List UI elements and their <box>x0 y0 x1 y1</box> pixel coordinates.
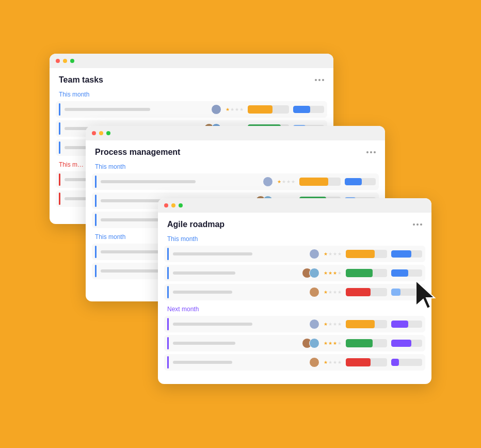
progress-fill <box>299 178 328 186</box>
star-empty: ★ <box>230 107 234 112</box>
browser-chrome-3 <box>158 198 431 213</box>
star: ★ <box>324 290 328 295</box>
avatar <box>309 287 319 297</box>
avatar-group <box>263 177 273 187</box>
star-empty: ★ <box>333 290 337 295</box>
progress-fill <box>346 269 373 277</box>
stars: ★ ★ ★ ★ <box>324 360 342 365</box>
avatar <box>309 319 319 329</box>
card1-menu[interactable] <box>315 79 324 81</box>
star-empty: ★ <box>338 341 342 346</box>
dot2 <box>370 151 372 153</box>
row-indicator <box>59 141 60 154</box>
row-indicator <box>167 267 169 279</box>
track-fill <box>391 250 411 258</box>
star-empty: ★ <box>282 179 286 184</box>
row-indicator <box>95 214 97 226</box>
progress-bar <box>248 105 289 114</box>
star: ★ <box>333 341 337 346</box>
row-indicator <box>167 318 169 330</box>
avatar <box>211 104 221 115</box>
table-row: ★ ★ ★ ★ <box>164 335 425 351</box>
dot2 <box>318 79 320 81</box>
row-text <box>173 342 298 345</box>
row-line <box>101 180 196 183</box>
card2-header: Process management <box>86 140 385 161</box>
card3-menu[interactable] <box>413 223 422 226</box>
row-text <box>173 271 298 275</box>
row-indicator <box>59 173 60 186</box>
card-agile-roadmap: Agile roadmap This month ★ ★ ★ <box>158 198 431 384</box>
stars: ★ ★ ★ ★ <box>226 107 244 112</box>
track-bar <box>391 250 422 258</box>
browser-chrome-2 <box>86 126 385 140</box>
svg-marker-0 <box>416 281 435 309</box>
row-line <box>173 323 252 326</box>
row-line <box>173 252 252 255</box>
row-indicator <box>95 246 97 258</box>
row-line <box>173 291 232 294</box>
chrome-dot-yellow-1 <box>63 59 67 63</box>
track-fill <box>391 269 408 277</box>
row-line <box>173 271 235 275</box>
track-fill <box>391 340 411 347</box>
card2-menu[interactable] <box>366 151 376 153</box>
row-text <box>173 323 305 326</box>
star-empty: ★ <box>328 251 332 257</box>
track-bar <box>293 106 324 113</box>
card2-title: Process management <box>95 148 180 157</box>
table-row: ★ ★ ★ ★ <box>92 173 379 190</box>
stars: ★ ★ ★ ★ <box>324 322 342 327</box>
row-indicator <box>167 248 169 260</box>
track-fill <box>391 321 408 328</box>
card1-section1-label: This month <box>50 89 333 101</box>
star-empty: ★ <box>338 251 342 257</box>
avatar-group <box>302 338 319 348</box>
table-row: ★ ★ ★ ★ <box>164 246 425 262</box>
star: ★ <box>324 322 328 327</box>
star-empty: ★ <box>328 322 332 327</box>
card2-section1-label: This month <box>86 161 385 173</box>
row-indicator <box>167 286 169 298</box>
stars: ★ ★ ★ ★ <box>324 341 342 346</box>
dot1 <box>366 151 368 153</box>
progress-fill <box>346 358 371 366</box>
cursor <box>416 281 442 312</box>
track-bar <box>391 359 422 366</box>
star-empty: ★ <box>338 270 342 276</box>
track-fill <box>345 178 362 185</box>
row-indicator <box>167 337 169 349</box>
chrome-dot-yellow-2 <box>99 131 103 135</box>
star: ★ <box>324 360 328 365</box>
card3-header: Agile roadmap <box>158 213 431 233</box>
stars: ★ ★ ★ ★ <box>324 290 342 295</box>
card3-next-month-rows: ★ ★ ★ ★ <box>158 316 431 371</box>
progress-fill <box>346 339 373 347</box>
row-text <box>65 108 207 111</box>
star: ★ <box>328 270 332 276</box>
row-text <box>173 361 305 364</box>
card3-section2-label: Next month <box>158 303 431 316</box>
track-bar <box>391 269 422 277</box>
browser-chrome-1 <box>50 54 333 68</box>
row-indicator <box>167 356 169 369</box>
track-bar <box>391 340 422 347</box>
table-row: ★ ★ ★ ★ <box>164 354 425 371</box>
star: ★ <box>324 341 328 346</box>
star: ★ <box>324 270 328 276</box>
avatar-group <box>309 357 319 367</box>
track-fill <box>391 289 400 296</box>
avatar <box>309 338 319 348</box>
progress-bar <box>346 320 387 328</box>
progress-fill <box>346 320 375 328</box>
row-indicator <box>59 103 60 116</box>
table-row: ★ ★ ★ ★ <box>164 284 425 300</box>
avatar <box>309 357 319 367</box>
progress-fill <box>248 105 272 114</box>
dot3 <box>374 151 376 153</box>
row-indicator <box>95 175 97 188</box>
avatar-group <box>309 249 319 259</box>
row-indicator <box>59 122 60 135</box>
main-scene: Team tasks This month ★ ★ <box>34 43 447 405</box>
card3-this-month-rows: ★ ★ ★ ★ <box>158 246 431 300</box>
